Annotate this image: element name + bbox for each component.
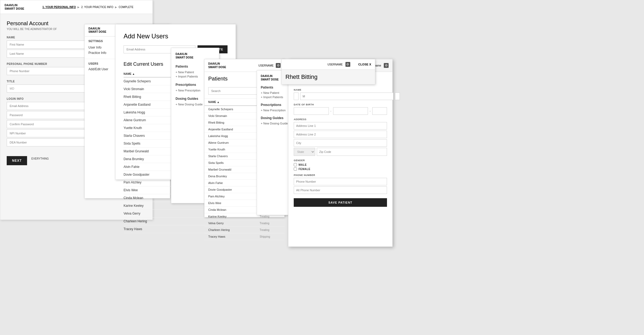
step-2: 2. YOUR PRACTICE INFO [81, 6, 113, 9]
rhett-panel: USERNAME ⚙ CLOSE X Rhett Bitting [281, 59, 375, 84]
female-option[interactable]: FEMALE [294, 167, 387, 171]
settings-brand: DAAVLIN SMART DOSE [88, 27, 106, 34]
np-zip-input[interactable] [317, 148, 387, 156]
new-patient-form: DAAVLIN SMART DOSE Username ⚙ New Patien… [288, 59, 393, 247]
state-zip-row: State [294, 148, 387, 156]
np-state-select[interactable]: State [294, 148, 315, 156]
add-users-title: Add New Users [124, 32, 228, 40]
patients-top-bar: DAAVLIN SMART DOSE USERNAME ⚙ [204, 59, 284, 72]
rhett-gear-icon[interactable]: ⚙ [345, 62, 350, 67]
patients-name-header: NAME ▲ [204, 99, 256, 106]
female-checkbox[interactable] [294, 167, 297, 171]
np-last-name-input[interactable] [395, 93, 400, 100]
table-row[interactable]: Velva GerryTreating [204, 220, 284, 227]
dob-row: - - [294, 107, 387, 115]
brand-logo: DAAVLIN SMART DOSE [5, 3, 24, 10]
patients-title: Patients [208, 76, 228, 82]
rhett-top-bar: USERNAME ⚙ CLOSE X [282, 59, 375, 70]
patients-username: USERNAME ⚙ [258, 63, 281, 68]
np-name-label: NAME [294, 89, 387, 91]
new-patient-content: New Patient NAME DATE OF BIRTH - - ADDRE… [288, 72, 392, 212]
step-complete: COMPLETE [119, 6, 133, 9]
name-row [294, 93, 387, 100]
np-phone-input[interactable] [294, 178, 387, 185]
rhett-title: Rhett Bitting [282, 70, 375, 84]
np-gender-label: GENDER [294, 159, 387, 162]
patients-gear-icon[interactable]: ⚙ [276, 63, 281, 68]
np-first-name-input[interactable] [294, 93, 299, 100]
male-label: MALE [299, 163, 307, 166]
np-alt-phone-input[interactable] [294, 186, 387, 194]
nav-brand: DAAVLIN SMART DOSE [176, 52, 215, 59]
np-gear-icon[interactable]: ⚙ [384, 63, 389, 68]
np-address1-input[interactable] [294, 122, 387, 130]
np-dob-label: DATE OF BIRTH [294, 103, 387, 106]
table-row[interactable]: Charleen HeringTreating [204, 227, 284, 233]
np-phone-label: PHONE NUMBER [294, 174, 387, 176]
personal-top-bar: DAAVLIN SMART DOSE 1. YOUR PERSONAL INFO… [0, 0, 152, 14]
np-dob-year-input[interactable] [372, 107, 387, 115]
dob-dash-1: - [330, 109, 332, 113]
dob-dash-2: - [370, 109, 371, 113]
male-checkbox[interactable] [294, 163, 297, 166]
everything-link: EVERYTHING [31, 157, 49, 160]
steps-nav: 1. YOUR PERSONAL INFO ▶ 2. YOUR PRACTICE… [42, 6, 133, 9]
step-1: 1. YOUR PERSONAL INFO [42, 6, 76, 9]
female-label: FEMALE [299, 168, 310, 171]
close-x-button[interactable]: CLOSE X [358, 63, 371, 66]
np-mi-input[interactable] [300, 93, 393, 100]
np-dob-month-input[interactable] [294, 107, 329, 115]
table-row[interactable]: Tracey HawsShipping [204, 233, 284, 240]
gender-row: MALE FEMALE [294, 163, 387, 171]
np-city-input[interactable] [294, 139, 387, 147]
male-option[interactable]: MALE [294, 163, 387, 166]
next-button[interactable]: NEXT [7, 156, 27, 165]
rhett-username: USERNAME [327, 63, 343, 66]
patients-brand: DAAVLIN SMART DOSE [208, 62, 226, 69]
np-address-label: ADDRESS [294, 118, 387, 121]
save-patient-button[interactable]: SAVE PATIENT [294, 198, 387, 207]
np-address2-input[interactable] [294, 131, 387, 138]
np-dob-day-input[interactable] [333, 107, 368, 115]
